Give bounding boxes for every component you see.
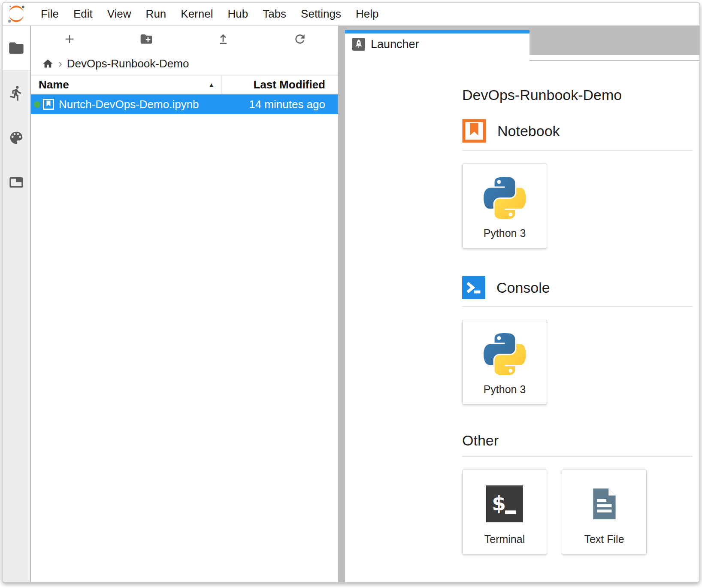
upload-button[interactable]: [185, 32, 261, 46]
python-logo: [484, 333, 526, 375]
svg-text:$: $: [492, 491, 506, 515]
card-label: Terminal: [484, 533, 525, 554]
breadcrumb: › DevOps-Runbook-Demo: [31, 52, 338, 76]
sidebar-tab-open-tabs[interactable]: [3, 160, 30, 205]
file-browser-panel: › DevOps-Runbook-Demo Name ▲ Last Modifi…: [31, 26, 338, 582]
jupyter-logo: [6, 3, 27, 24]
new-folder-icon: [139, 32, 153, 46]
command-palette-icon: [8, 130, 24, 146]
breadcrumb-separator: ›: [58, 57, 62, 70]
open-tabs-icon: [8, 174, 24, 191]
new-launcher-button[interactable]: [31, 32, 108, 46]
kernel-running-indicator: [34, 101, 40, 108]
python-logo: [484, 177, 526, 219]
launcher-cwd-title: DevOps-Runbook-Demo: [462, 87, 693, 103]
menu-view[interactable]: View: [100, 3, 139, 25]
console-icon: [462, 276, 485, 299]
name-column-label: Name: [39, 78, 69, 91]
section-divider: [462, 150, 693, 151]
launcher-rocket-icon: [352, 38, 365, 51]
menu-file[interactable]: File: [33, 3, 66, 25]
launcher-card-terminal[interactable]: $ Terminal: [462, 470, 547, 555]
sidebar-tab-file-browser[interactable]: [3, 26, 30, 70]
launcher-section-console: Console Python 3: [462, 276, 693, 405]
column-header-last-modified[interactable]: Last Modified: [221, 76, 338, 94]
new-folder-button[interactable]: [108, 32, 185, 46]
notebook-icon: [462, 119, 486, 143]
launcher-section-other: Other $ Terminal: [462, 432, 693, 555]
section-divider: [462, 456, 693, 457]
jupyterlab-window: File Edit View Run Kernel Hub Tabs Setti…: [2, 2, 700, 583]
menu-tabs[interactable]: Tabs: [255, 3, 294, 25]
sidebar-inactive-area: [3, 70, 30, 582]
terminal-icon: $: [486, 485, 523, 522]
tab-launcher[interactable]: Launcher: [345, 30, 530, 61]
menu-settings[interactable]: Settings: [294, 3, 348, 25]
launcher-card-text-file[interactable]: Text File: [562, 470, 647, 555]
menu-help[interactable]: Help: [348, 3, 386, 25]
sidebar-tab-running-sessions[interactable]: [3, 71, 30, 115]
section-label-other: Other: [462, 432, 499, 449]
launcher-panel: DevOps-Runbook-Demo Notebook: [345, 61, 699, 582]
file-name: Nurtch-DevOps-Demo.ipynb: [59, 98, 224, 111]
file-browser-toolbar: [31, 26, 338, 52]
tab-launcher-label: Launcher: [371, 38, 419, 51]
card-label: Text File: [584, 533, 624, 554]
menu-edit[interactable]: Edit: [66, 3, 100, 25]
launcher-card-console-python3[interactable]: Python 3: [462, 320, 547, 405]
card-label: Python 3: [484, 383, 526, 404]
menu-kernel[interactable]: Kernel: [173, 3, 220, 25]
file-list-empty-area: [31, 114, 338, 582]
sidebar-tab-command-palette[interactable]: [3, 115, 30, 160]
main-dock-panel: Launcher DevOps-Runbook-Demo Notebook: [345, 26, 699, 582]
running-sessions-icon: [8, 85, 24, 101]
notebook-file-icon: [42, 98, 54, 110]
sort-ascending-icon: ▲: [208, 81, 215, 88]
left-sidebar: [3, 26, 31, 582]
modified-column-label: Last Modified: [253, 78, 325, 91]
launcher-card-notebook-python3[interactable]: Python 3: [462, 164, 547, 249]
section-label-notebook: Notebook: [497, 123, 560, 139]
refresh-button[interactable]: [261, 32, 338, 46]
new-launcher-plus-icon: [63, 32, 76, 46]
menu-run[interactable]: Run: [139, 3, 174, 25]
section-divider: [462, 306, 693, 307]
refresh-icon: [293, 32, 307, 46]
menu-bar: File Edit View Run Kernel Hub Tabs Setti…: [3, 3, 699, 26]
card-label: Python 3: [484, 227, 526, 248]
launcher-section-notebook: Notebook Python 3: [462, 119, 693, 249]
breadcrumb-current-folder[interactable]: DevOps-Runbook-Demo: [67, 57, 189, 70]
home-icon[interactable]: [42, 58, 54, 70]
column-header-name[interactable]: Name ▲: [31, 76, 221, 94]
menu-hub[interactable]: Hub: [220, 3, 255, 25]
dock-tab-bar: Launcher: [345, 26, 699, 61]
upload-icon: [216, 32, 230, 46]
file-last-modified: 14 minutes ago: [224, 98, 338, 111]
file-list-header: Name ▲ Last Modified: [31, 76, 338, 94]
panel-splitter[interactable]: [338, 26, 345, 582]
section-label-console: Console: [496, 279, 550, 296]
folder-icon: [8, 39, 25, 57]
text-file-icon: [587, 486, 622, 521]
file-row-selected[interactable]: Nurtch-DevOps-Demo.ipynb 14 minutes ago: [31, 94, 338, 114]
